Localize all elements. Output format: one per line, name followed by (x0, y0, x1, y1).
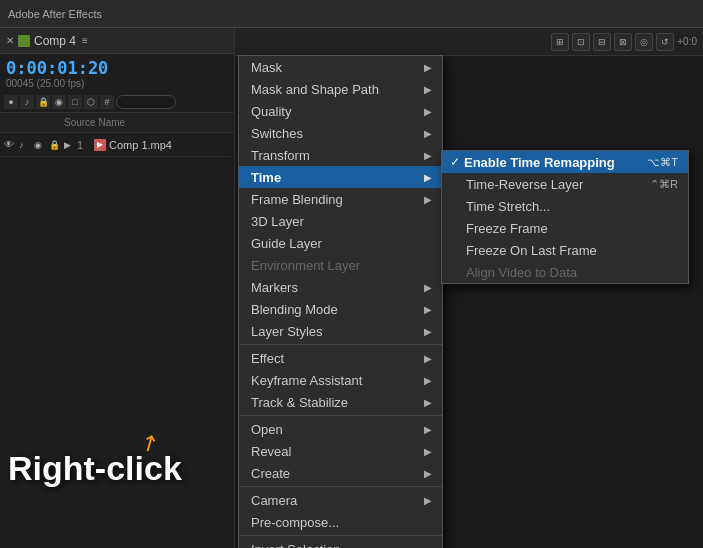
icon-btn-1[interactable]: ⊞ (551, 33, 569, 51)
submenu-item-enable-time-remap[interactable]: ✓ Enable Time Remapping ⌥⌘T (442, 151, 688, 173)
time-submenu: ✓ Enable Time Remapping ⌥⌘T Time-Reverse… (441, 150, 689, 284)
menu-item-frame-blend[interactable]: Frame Blending ▶ (239, 188, 442, 210)
top-bar: Adobe After Effects (0, 0, 703, 28)
arrow-icon-layer-styles: ▶ (424, 326, 432, 337)
menu-item-create[interactable]: Create ▶ (239, 462, 442, 484)
arrow-icon-reveal: ▶ (424, 446, 432, 457)
layer-row[interactable]: 👁 ♪ ◉ 🔒 ▶ 1 ▶ Comp 1.mp4 (0, 133, 234, 157)
menu-item-3d-layer[interactable]: 3D Layer (239, 210, 442, 232)
shy-toggle[interactable]: ◉ (52, 95, 66, 109)
solo-toggle[interactable]: ● (4, 95, 18, 109)
icon-btn-3[interactable]: ⊟ (593, 33, 611, 51)
arrow-icon-blending: ▶ (424, 304, 432, 315)
submenu-item-freeze-frame[interactable]: Freeze Frame (442, 217, 688, 239)
menu-item-track[interactable]: Track & Stabilize ▶ (239, 391, 442, 413)
eye-icon[interactable]: 👁 (4, 139, 16, 150)
submenu-shortcut-time-remap: ⌥⌘T (647, 156, 678, 169)
arrow-icon-quality: ▶ (424, 106, 432, 117)
menu-item-quality[interactable]: Quality ▶ (239, 100, 442, 122)
menu-item-time[interactable]: Time ▶ (239, 166, 442, 188)
arrow-icon-markers: ▶ (424, 282, 432, 293)
app-title: Adobe After Effects (8, 8, 102, 20)
arrow-icon-time: ▶ (424, 172, 432, 183)
icon-btn-6[interactable]: ↺ (656, 33, 674, 51)
submenu-item-freeze-last[interactable]: Freeze On Last Frame (442, 239, 688, 261)
menu-separator-2 (239, 415, 442, 416)
menu-separator-3 (239, 486, 442, 487)
time-sub: 00045 (25.00 fps) (6, 78, 228, 89)
icon-btn-5[interactable]: ◎ (635, 33, 653, 51)
arrow-icon-keyframe: ▶ (424, 375, 432, 386)
arrow-icon-mask-shape: ▶ (424, 84, 432, 95)
icon-btn-2[interactable]: ⊡ (572, 33, 590, 51)
icon-btn-4[interactable]: ⊠ (614, 33, 632, 51)
menu-item-effect[interactable]: Effect ▶ (239, 347, 442, 369)
menu-item-keyframe[interactable]: Keyframe Assistant ▶ (239, 369, 442, 391)
right-click-label: Right-click (8, 449, 182, 488)
arrow-icon-switches: ▶ (424, 128, 432, 139)
menu-item-camera[interactable]: Camera ▶ (239, 489, 442, 511)
check-icon: ✓ (450, 155, 460, 169)
collapse-toggle[interactable]: □ (68, 95, 82, 109)
menu-item-reveal[interactable]: Reveal ▶ (239, 440, 442, 462)
menu-separator-1 (239, 344, 442, 345)
menu-item-open[interactable]: Open ▶ (239, 418, 442, 440)
audio-icon[interactable]: ♪ (19, 140, 31, 150)
current-time: 0:00:01:20 (6, 58, 228, 78)
submenu-shortcut-time-reverse: ⌃⌘R (650, 178, 678, 191)
comp-tab-header: ✕ Comp 4 ≡ (0, 28, 234, 54)
layer-file-icon: ▶ (94, 139, 106, 151)
menu-item-markers[interactable]: Markers ▶ (239, 276, 442, 298)
layer-number: 1 (77, 139, 91, 151)
menu-separator-4 (239, 535, 442, 536)
lock-icon[interactable]: 🔒 (49, 140, 61, 150)
menu-item-mask[interactable]: Mask ▶ (239, 56, 442, 78)
timeline-controls: ● ♪ 🔒 ◉ □ ⬡ # (0, 92, 234, 113)
source-name-header: Source Name (64, 117, 125, 128)
motion-blur-toggle[interactable]: # (100, 95, 114, 109)
menu-item-transform[interactable]: Transform ▶ (239, 144, 442, 166)
menu-item-invert[interactable]: Invert Selection (239, 538, 442, 548)
time-display: 0:00:01:20 00045 (25.00 fps) (0, 54, 234, 89)
arrow-icon-effect: ▶ (424, 353, 432, 364)
arrow-icon-frame-blend: ▶ (424, 194, 432, 205)
menu-item-mask-shape[interactable]: Mask and Shape Path ▶ (239, 78, 442, 100)
submenu-item-align-video: Align Video to Data (442, 261, 688, 283)
audio-toggle[interactable]: ♪ (20, 95, 34, 109)
fps-indicator: +0:0 (677, 36, 697, 47)
search-input[interactable] (116, 95, 176, 109)
menu-item-layer-styles[interactable]: Layer Styles ▶ (239, 320, 442, 342)
frame-blend-toggle[interactable]: ⬡ (84, 95, 98, 109)
context-menu: Mask ▶ Mask and Shape Path ▶ Quality ▶ S… (238, 55, 443, 548)
solo-icon[interactable]: ◉ (34, 140, 46, 150)
arrow-icon-open: ▶ (424, 424, 432, 435)
arrow-icon-mask: ▶ (424, 62, 432, 73)
comp-icon (18, 35, 30, 47)
comp-menu-icon: ≡ (82, 35, 88, 46)
arrow-icon-camera: ▶ (424, 495, 432, 506)
left-panel: ✕ Comp 4 ≡ 0:00:01:20 00045 (25.00 fps) … (0, 28, 235, 548)
layer-name: Comp 1.mp4 (109, 139, 172, 151)
menu-item-blending[interactable]: Blending Mode ▶ (239, 298, 442, 320)
right-top-bar: ⊞ ⊡ ⊟ ⊠ ◎ ↺ +0:0 (235, 28, 703, 56)
submenu-item-time-stretch[interactable]: Time Stretch... (442, 195, 688, 217)
expand-icon[interactable]: ▶ (64, 140, 74, 150)
arrow-icon-create: ▶ (424, 468, 432, 479)
menu-item-guide-layer[interactable]: Guide Layer (239, 232, 442, 254)
arrow-icon-transform: ▶ (424, 150, 432, 161)
comp-name: Comp 4 (34, 34, 76, 48)
menu-item-environment-layer: Environment Layer (239, 254, 442, 276)
close-icon[interactable]: ✕ (6, 35, 14, 46)
lock-toggle[interactable]: 🔒 (36, 95, 50, 109)
arrow-icon-track: ▶ (424, 397, 432, 408)
menu-item-precompose[interactable]: Pre-compose... (239, 511, 442, 533)
submenu-item-time-reverse[interactable]: Time-Reverse Layer ⌃⌘R (442, 173, 688, 195)
menu-item-switches[interactable]: Switches ▶ (239, 122, 442, 144)
layer-headers: Source Name (0, 113, 234, 133)
